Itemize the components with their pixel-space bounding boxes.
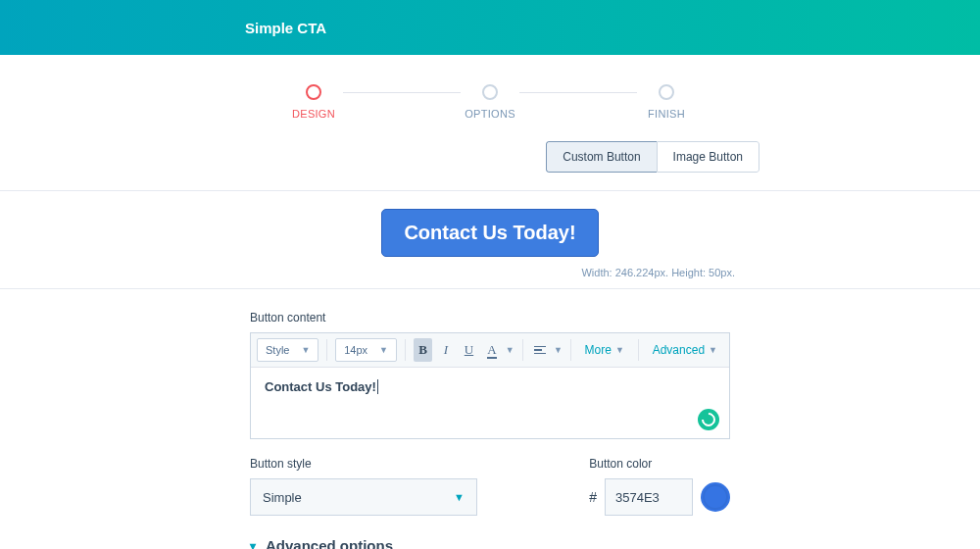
step-connector: [519, 92, 637, 93]
page-header: Simple CTA: [0, 0, 980, 55]
color-swatch[interactable]: [701, 482, 730, 512]
advanced-options-label: Advanced options: [266, 537, 393, 549]
rich-text-editor: Style ▼ 14px ▼ B I U A ▼ ▼ More ▼: [250, 332, 730, 439]
advanced-menu[interactable]: Advanced ▼: [647, 343, 723, 357]
toolbar-separator: [326, 339, 327, 361]
step-options[interactable]: OPTIONS: [461, 84, 519, 120]
hash-symbol: #: [589, 489, 597, 505]
button-color-value: 3574E3: [615, 490, 660, 505]
preview-dimensions: Width: 246.224px. Height: 50px.: [0, 267, 980, 278]
advanced-options-toggle[interactable]: ▾ Advanced options: [250, 537, 730, 549]
form-area: Button content Style ▼ 14px ▼ B I U A ▼ …: [250, 311, 730, 549]
more-menu[interactable]: More ▼: [579, 343, 630, 357]
stepper: DESIGN OPTIONS FINISH: [0, 55, 980, 129]
rte-toolbar: Style ▼ 14px ▼ B I U A ▼ ▼ More ▼: [251, 333, 729, 368]
toolbar-separator: [405, 339, 406, 361]
caret-down-icon[interactable]: ▼: [506, 345, 514, 355]
text-cursor: [377, 379, 378, 394]
image-button-tab[interactable]: Image Button: [657, 141, 760, 173]
align-button[interactable]: [530, 338, 549, 362]
align-left-icon: [534, 346, 546, 355]
page-title: Simple CTA: [245, 20, 326, 36]
custom-button-tab[interactable]: Custom Button: [546, 141, 656, 173]
button-type-toggle: Custom Button Image Button: [0, 141, 980, 173]
toolbar-separator: [638, 339, 639, 361]
grammarly-icon[interactable]: [698, 409, 719, 430]
rte-text-value: Contact Us Today!: [265, 379, 376, 394]
button-style-label: Button style: [250, 457, 554, 471]
style-select-label: Style: [266, 344, 289, 356]
step-circle-icon: [482, 84, 498, 100]
caret-down-icon: ▼: [615, 345, 624, 355]
more-label: More: [585, 343, 612, 357]
button-color-label: Button color: [589, 457, 730, 471]
caret-down-icon: ▼: [454, 491, 465, 503]
step-connector: [343, 92, 461, 93]
font-size-select[interactable]: 14px ▼: [335, 338, 397, 362]
caret-down-icon: ▼: [379, 345, 388, 355]
step-design[interactable]: DESIGN: [284, 84, 343, 120]
step-finish[interactable]: FINISH: [637, 84, 696, 120]
toolbar-separator: [522, 339, 523, 361]
preview-area: Contact Us Today! Width: 246.224px. Heig…: [0, 190, 980, 289]
step-circle-icon: [306, 84, 321, 100]
style-select[interactable]: Style ▼: [257, 338, 318, 362]
rte-input[interactable]: Contact Us Today!: [251, 368, 729, 438]
text-color-button[interactable]: A: [482, 338, 501, 362]
chevron-down-icon: ▾: [250, 539, 256, 550]
caret-down-icon[interactable]: ▼: [554, 345, 563, 355]
cta-preview-button[interactable]: Contact Us Today!: [381, 209, 598, 257]
step-label: FINISH: [648, 108, 685, 120]
button-style-select[interactable]: Simple ▼: [250, 478, 477, 516]
caret-down-icon: ▼: [709, 345, 717, 355]
button-content-label: Button content: [250, 311, 730, 324]
caret-down-icon: ▼: [301, 345, 310, 355]
step-circle-icon: [659, 84, 674, 100]
button-color-input[interactable]: 3574E3: [605, 478, 693, 516]
bold-button[interactable]: B: [414, 338, 432, 362]
underline-button[interactable]: U: [460, 338, 478, 362]
font-size-value: 14px: [344, 344, 368, 356]
italic-button[interactable]: I: [436, 338, 455, 362]
step-label: OPTIONS: [465, 108, 515, 120]
button-style-value: Simple: [263, 490, 302, 505]
toolbar-separator: [570, 339, 571, 361]
advanced-label: Advanced: [653, 343, 705, 357]
step-label: DESIGN: [292, 108, 335, 120]
